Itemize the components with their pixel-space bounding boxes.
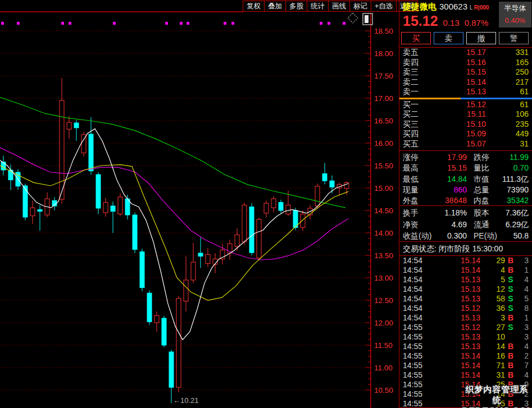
stat-label: 现量 [403,185,438,195]
tick-count: 4 [516,285,529,294]
toolbar-button-1[interactable]: 叠加 [264,1,286,12]
tick-row: 14:5515.1314B4 [399,342,532,351]
toolbar-button-4[interactable]: 画线 [328,1,350,12]
sell-button[interactable]: 卖 [434,32,463,44]
tick-row: 14:5515.1471B7 [399,361,532,370]
toolbar-button-3[interactable]: 统计 [307,1,329,12]
tick-count: 3 [516,323,529,332]
order-book-row-ask[interactable]: 卖四15.16165 [399,58,532,68]
sector-badge[interactable]: 半导体 0.40% [499,2,531,27]
candle-down [140,252,144,288]
order-book-row-ask[interactable]: 卖一15.1361 [399,87,532,97]
tick-side: S [505,285,516,294]
level-price: 15.17 [429,48,486,58]
candle-down [330,181,334,187]
price-change-pct: 0.87% [465,18,489,27]
order-book-row-ask[interactable]: 卖三15.15250 [399,67,532,77]
order-book-row-bid[interactable]: 买三15.10235 [399,120,532,130]
toolbar-button-0[interactable]: 复权 [243,1,265,12]
candle-down [162,318,166,345]
level-price: 15.11 [429,109,486,120]
order-book-row-ask[interactable]: 卖二15.14217 [399,77,532,88]
level-price: 15.09 [429,129,486,139]
tick-side: B [505,256,516,265]
candle-up [176,299,181,387]
tick-count: 3 [516,332,529,342]
level-volume: 235 [486,120,529,130]
order-book-row-bid[interactable]: 买一15.1261 [399,100,532,110]
candle-down [147,293,152,322]
tick-time: 14:54 [403,275,426,285]
stat-value: 17.99 [438,152,467,163]
cancel-order-button[interactable]: 撤 [466,32,496,44]
tick-volume: 3 [480,313,505,323]
tick-time: 14:54 [403,285,426,294]
event-marker [328,22,330,25]
stat-label: 收益(动) [403,230,438,242]
level-volume: 449 [486,129,529,139]
stat-label: 总量 [474,185,499,195]
event-marker [343,22,345,25]
order-book-row-bid[interactable]: 买五15.0731 [399,139,532,149]
tick-count: 7 [516,361,529,370]
stat-value: 11.99 [499,152,529,163]
y-axis-label: 14.50 [374,207,393,215]
event-marker [69,22,71,25]
y-axis-label: 16.50 [374,117,393,125]
order-book: 卖五15.17331卖四15.16165卖三15.15250卖二15.14217… [399,47,532,149]
event-marker [224,22,226,25]
tick-time: 14:55 [403,342,426,351]
candle-down [169,352,174,387]
tick-time: 14:54 [403,313,426,323]
tick-time: 14:54 [403,265,426,275]
toolbar-button-6[interactable]: +自选 [371,1,397,12]
y-axis-label: 12.50 [374,296,393,305]
quote-stats-secondary: 换手1.18%股本7.36亿净资4.69流通6.29亿收益(动)0.300PE(… [399,205,532,242]
tick-price: 15.13 [426,332,480,342]
stat-label: 换手 [403,207,438,219]
order-book-row-ask[interactable]: 卖五15.17331 [399,48,532,58]
tick-side [505,332,516,342]
stat-label: 内盘 [474,195,499,206]
candle-up [264,203,269,213]
last-price: 15.12 [403,13,438,29]
candle-down [279,203,283,210]
stat-value: 50.8 [499,230,529,242]
level-label: 买二 [403,109,429,120]
stats-row: 涨停17.99跌停11.99 [399,152,532,163]
candle-up [301,214,305,227]
stat-value: 1.18% [438,207,467,219]
event-marker [1,22,4,25]
tick-side: B [505,351,516,361]
level-label: 买五 [403,139,429,149]
candle-up [67,122,71,129]
event-marker [320,22,322,25]
y-axis-label: 16.00 [374,139,393,148]
toolbar-button-5[interactable]: 标记 [349,1,371,12]
panel-layout-icon-fill [365,15,369,23]
toolbar-button-2[interactable]: 多股 [285,1,307,12]
tick-price: 15.12 [426,304,480,313]
y-axis-label: 10.50 [374,386,393,395]
tick-side: B [505,313,516,323]
tick-row: 14:5515.1431B4 [399,370,532,380]
tick-price: 15.13 [426,313,480,323]
order-book-row-bid[interactable]: 买四15.09449 [399,129,532,139]
watermark-line2: DEDECMS.COM [462,406,532,408]
stat-value: 860 [438,185,467,195]
order-book-row-bid[interactable]: 买二15.11106 [399,109,532,120]
buy-button[interactable]: 买 [401,32,431,44]
level-label: 买一 [403,100,429,110]
tick-side: S [505,323,516,332]
tick-price: 15.14 [426,370,480,380]
stock-header: 捷捷微电300623LR|000 [403,2,489,12]
candlestick-chart[interactable]: 18.5018.0017.5017.0016.5016.0015.5015.00… [0,0,399,408]
tick-volume: 14 [480,342,505,351]
stats-row: 收益(动)0.300PE(动)50.8 [399,230,532,242]
tick-time: 14:55 [403,380,426,389]
alert-button[interactable]: 警 [499,32,529,44]
y-axis-label: 11.50 [374,341,393,350]
stat-value: 6.29亿 [499,219,529,231]
stat-label: 股本 [474,207,499,219]
candle-down [1,162,6,170]
